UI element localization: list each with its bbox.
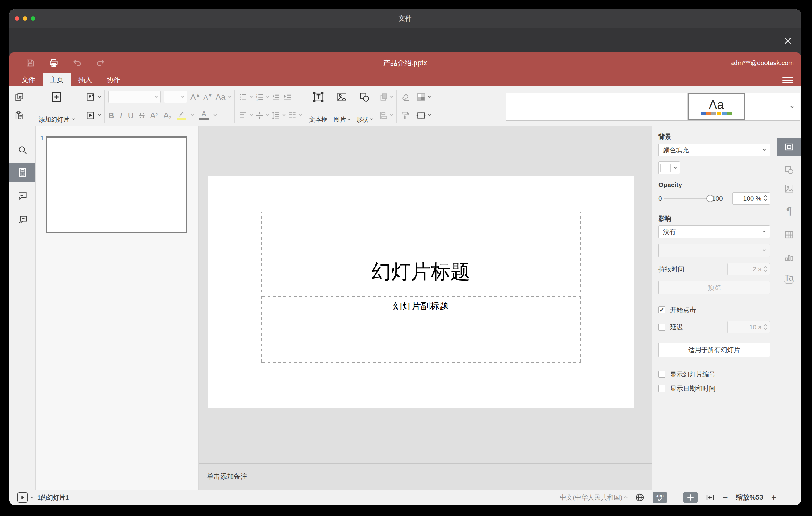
horizontal-align-dropdown[interactable] <box>250 113 253 116</box>
language-selector[interactable]: 中文(中华人民共和国) <box>560 493 627 502</box>
decrease-indent-icon[interactable] <box>271 92 281 102</box>
preview-options-dropdown[interactable] <box>31 495 34 498</box>
slide-settings-icon[interactable] <box>777 138 801 156</box>
line-spacing-icon[interactable] <box>271 111 281 120</box>
theme-slot-1[interactable] <box>506 93 570 120</box>
opacity-input[interactable]: 100 % <box>732 192 770 205</box>
start-preview-button[interactable] <box>17 492 28 503</box>
zoom-traffic-icon[interactable] <box>31 16 35 21</box>
show-slide-number-checkbox[interactable] <box>658 371 665 378</box>
chart-settings-icon[interactable] <box>784 252 794 262</box>
bold-button[interactable]: B <box>108 111 114 120</box>
undo-button[interactable] <box>71 57 83 68</box>
tab-collaboration[interactable]: 协作 <box>99 74 128 86</box>
notes-area[interactable]: 单击添加备注 <box>199 463 652 489</box>
font-color-button[interactable]: A <box>199 111 208 120</box>
image-icon[interactable] <box>336 91 348 103</box>
theme-slot-2[interactable] <box>570 93 629 120</box>
theme-slot-selected[interactable]: Aa <box>688 93 745 120</box>
shape-icon[interactable] <box>358 91 370 103</box>
delay-checkbox[interactable] <box>658 324 665 331</box>
bullet-list-icon[interactable] <box>238 92 248 102</box>
image-label[interactable]: 图片 <box>334 115 350 124</box>
slide-layout-dropdown[interactable] <box>98 94 101 97</box>
close-icon[interactable] <box>784 36 792 45</box>
delay-input[interactable]: 10 s <box>727 321 770 333</box>
arrange-icon[interactable] <box>379 92 389 102</box>
start-on-click-checkbox[interactable]: ✓ <box>658 307 665 313</box>
vertical-align-dropdown[interactable] <box>266 113 269 116</box>
title-placeholder[interactable]: 幻灯片标题 <box>261 211 581 293</box>
close-traffic-icon[interactable] <box>15 16 19 21</box>
increase-indent-icon[interactable] <box>283 92 292 102</box>
minimize-traffic-icon[interactable] <box>23 16 27 21</box>
copy-icon[interactable] <box>14 92 24 102</box>
superscript-button[interactable]: A2 <box>150 111 158 120</box>
search-icon[interactable] <box>9 140 35 160</box>
slideshow-dropdown[interactable] <box>98 113 101 116</box>
redo-button[interactable] <box>95 57 106 68</box>
align-objects-icon[interactable] <box>379 111 389 120</box>
strikeout-button[interactable]: S <box>139 111 144 120</box>
image-settings-icon[interactable] <box>784 183 794 194</box>
opacity-slider[interactable] <box>664 198 710 199</box>
comments-icon[interactable] <box>9 186 35 205</box>
numbered-list-dropdown[interactable] <box>266 94 269 97</box>
effect-type-select[interactable] <box>658 244 770 257</box>
vertical-align-icon[interactable] <box>255 111 264 120</box>
slides-panel-icon[interactable] <box>9 163 35 182</box>
change-case-button[interactable]: Aa <box>216 92 226 102</box>
spellcheck-icon[interactable]: ABC <box>653 492 667 503</box>
shape-settings-icon[interactable] <box>784 165 794 175</box>
apply-to-all-button[interactable]: 适用于所有幻灯片 <box>658 343 770 357</box>
slide-layout-icon[interactable] <box>85 92 95 102</box>
increase-font-button[interactable]: A▲ <box>190 92 200 102</box>
italic-button[interactable]: I <box>120 111 122 120</box>
color-scheme-dropdown[interactable] <box>428 94 431 97</box>
menu-icon[interactable] <box>782 75 793 85</box>
underline-button[interactable]: U <box>128 111 134 120</box>
font-name-select[interactable] <box>108 91 161 103</box>
textart-settings-icon[interactable]: Ta <box>784 273 794 284</box>
chat-icon[interactable] <box>9 210 35 229</box>
tab-insert[interactable]: 插入 <box>71 74 99 86</box>
table-settings-icon[interactable] <box>784 230 794 240</box>
paragraph-settings-icon[interactable]: ¶ <box>787 205 791 217</box>
highlight-color-button[interactable] <box>177 111 186 120</box>
add-slide-button[interactable]: 添加幻灯片 <box>32 89 81 124</box>
theme-slot-3[interactable] <box>629 93 688 120</box>
background-color-picker[interactable] <box>658 162 680 174</box>
opacity-slider-knob[interactable] <box>706 195 714 202</box>
start-slideshow-icon[interactable] <box>85 111 95 120</box>
decrease-font-button[interactable]: A▼ <box>203 93 212 102</box>
show-date-time-checkbox[interactable] <box>658 385 665 392</box>
font-color-dropdown[interactable] <box>213 113 216 116</box>
textbox-icon[interactable] <box>313 91 324 103</box>
set-language-icon[interactable] <box>635 492 645 503</box>
eraser-icon[interactable] <box>401 92 410 102</box>
numbered-list-icon[interactable]: 123 <box>255 92 264 102</box>
print-button[interactable] <box>48 57 59 68</box>
theme-slot-5[interactable] <box>745 93 784 120</box>
align-objects-dropdown[interactable] <box>390 113 393 116</box>
textbox-label[interactable]: 文本框 <box>309 115 328 124</box>
fit-to-width-icon[interactable] <box>705 493 715 502</box>
color-scheme-icon[interactable] <box>416 92 426 102</box>
opacity-down-icon[interactable] <box>764 198 767 201</box>
fit-to-slide-icon[interactable] <box>683 492 698 503</box>
change-case-dropdown[interactable] <box>228 94 231 97</box>
zoom-in-button[interactable]: + <box>771 493 776 502</box>
columns-icon[interactable] <box>288 111 297 120</box>
zoom-out-button[interactable]: − <box>723 493 728 502</box>
highlight-color-dropdown[interactable] <box>191 113 194 116</box>
horizontal-align-icon[interactable] <box>238 111 248 120</box>
preview-button[interactable]: 预览 <box>658 281 770 294</box>
shape-label[interactable]: 形状 <box>356 115 373 124</box>
line-spacing-dropdown[interactable] <box>282 113 285 116</box>
duration-input[interactable]: 2 s <box>727 263 770 275</box>
save-button[interactable] <box>25 57 36 68</box>
tab-file[interactable]: 文件 <box>14 74 42 86</box>
subtitle-placeholder[interactable]: 幻灯片副标题 <box>261 296 581 363</box>
slide-thumbnail[interactable] <box>46 136 187 233</box>
arrange-dropdown[interactable] <box>390 94 393 97</box>
